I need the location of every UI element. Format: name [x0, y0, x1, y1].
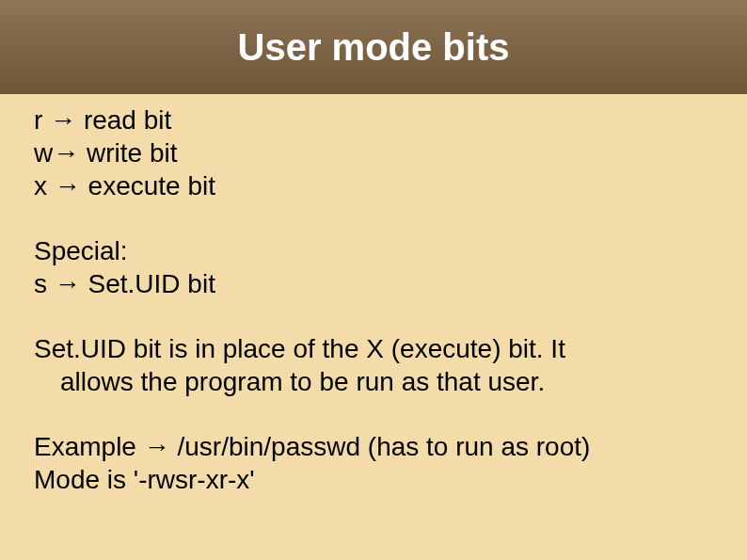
slide-header: User mode bits [0, 0, 747, 94]
example-block: Example → /usr/bin/passwd (has to run as… [34, 430, 713, 496]
slide-content: r → read bit w→ write bit x → execute bi… [0, 94, 747, 496]
explanation-line1: Set.UID bit is in place of the X (execut… [34, 332, 713, 365]
example-line2: Mode is '-rwsr-xr-x' [34, 463, 713, 496]
example-line1: Example → /usr/bin/passwd (has to run as… [34, 430, 713, 463]
bit-x: x → execute bit [34, 169, 713, 202]
explanation-block: Set.UID bit is in place of the X (execut… [34, 332, 713, 398]
explanation-line2: allows the program to be run as that use… [34, 365, 713, 398]
special-label: Special: [34, 234, 713, 267]
bit-s: s → Set.UID bit [34, 267, 713, 300]
bit-r: r → read bit [34, 104, 713, 136]
bit-w: w→ write bit [34, 136, 713, 169]
slide-title: User mode bits [238, 26, 510, 69]
special-block: Special: s → Set.UID bit [34, 234, 713, 300]
bits-block: r → read bit w→ write bit x → execute bi… [34, 104, 713, 202]
